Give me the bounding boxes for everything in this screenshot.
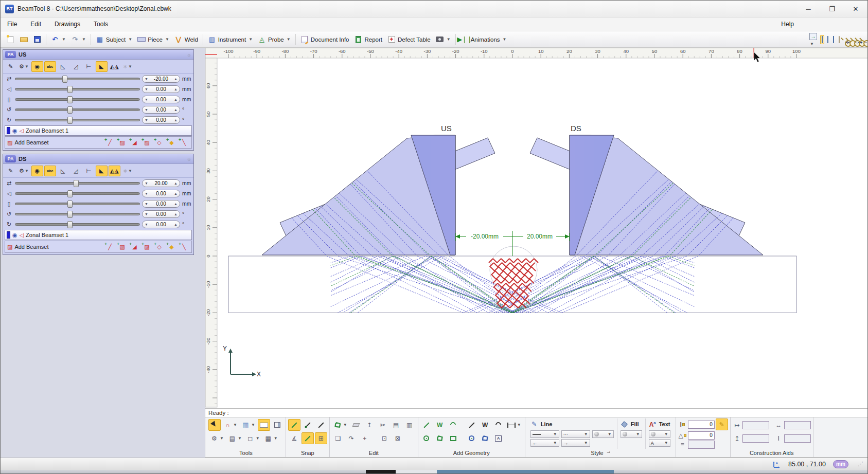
eye-icon[interactable]: ◉	[12, 232, 17, 239]
side-panel-button[interactable]	[271, 419, 284, 431]
options-menu-button[interactable]: ⚙▼	[17, 166, 30, 176]
add-zonal-beamset-button[interactable]: +◆	[166, 138, 177, 147]
add-dimension-button[interactable]: ▼	[506, 419, 523, 431]
slider-thumb[interactable]	[67, 86, 73, 93]
spinner-up-icon[interactable]: ▲	[174, 212, 178, 216]
add-single-beam-button[interactable]: +╱	[104, 242, 115, 251]
spinner-down-icon[interactable]: ▼	[145, 202, 148, 206]
cut-button[interactable]: ✂	[377, 419, 389, 431]
erase-button[interactable]	[350, 419, 362, 431]
skew-angle-spinner[interactable]: ▼0.00▲	[142, 210, 180, 218]
panel-header-us[interactable]: PAUS☼	[3, 50, 193, 60]
skew-angle-slider[interactable]	[15, 213, 140, 215]
drawing-canvas[interactable]: -20.00mm20.00mmUSDSYX-100-90-80-70-60-50…	[205, 48, 867, 408]
add-linear-scan-button[interactable]: +▨	[117, 138, 128, 147]
show-beams-button[interactable]: ◉	[31, 61, 43, 72]
select-invert-button[interactable]: ⊠	[392, 432, 404, 444]
add-outline-beamset-button[interactable]: +◇	[154, 242, 165, 251]
line-color-select[interactable]: ▼	[592, 430, 614, 438]
resize-grip[interactable]: ⋰	[858, 461, 863, 467]
text-color-select[interactable]: ▼	[649, 430, 670, 438]
text-caption[interactable]: AaText	[648, 418, 671, 430]
spinner-up-icon[interactable]: ▲	[174, 87, 178, 91]
menu-tools[interactable]: Tools	[87, 18, 115, 30]
list-input[interactable]	[688, 441, 715, 449]
end-arrow-select[interactable]: →▼	[561, 439, 590, 447]
probe-height-slider[interactable]	[15, 203, 140, 205]
add-sector-scan-button[interactable]: +◢	[129, 242, 140, 251]
angle-input[interactable]: 0	[688, 431, 715, 440]
line-width-select[interactable]: ▼	[530, 430, 559, 438]
skew-angle-slider[interactable]	[15, 108, 140, 111]
document-info-button[interactable]: Document Info	[298, 34, 352, 45]
edit-beamsets-button[interactable]: ✎	[5, 166, 16, 176]
spinner-up-icon[interactable]: ▲	[174, 108, 178, 112]
display-options-button[interactable]: ▦▼	[240, 419, 257, 431]
offset-x-input[interactable]	[742, 421, 769, 429]
save-button[interactable]	[30, 34, 44, 45]
pan-button[interactable]	[837, 35, 841, 44]
stamp-button[interactable]: ↥	[363, 419, 376, 431]
probe-offset-slider[interactable]	[15, 182, 140, 185]
view-shaded-button[interactable]	[826, 35, 830, 44]
beamset-row[interactable]: ◉◁Zonal Beamset 1	[5, 230, 192, 240]
line-style-caption[interactable]: ✎Line	[530, 418, 614, 430]
slider-thumb[interactable]	[62, 76, 67, 83]
new-button[interactable]	[4, 34, 17, 45]
spinner-down-icon[interactable]: ▼	[145, 192, 148, 195]
show-exit-points-button[interactable]: ◣	[96, 61, 108, 72]
animations-button[interactable]: ▶❘❘Animations▼	[458, 34, 509, 45]
display-extra-button[interactable]: ∗▼	[121, 166, 134, 176]
slider-thumb[interactable]	[67, 117, 73, 124]
spinner-up-icon[interactable]: ▲	[174, 118, 178, 122]
add-construction-polygon-button[interactable]	[479, 432, 491, 444]
wedge-angle-spinner[interactable]: ▼0.00▲	[142, 190, 180, 197]
field-entry-button[interactable]	[258, 419, 270, 431]
paste-button[interactable]: ▥	[403, 419, 416, 431]
mirror-probe-button[interactable]: ◭◮	[109, 166, 120, 176]
defect-table-button[interactable]: ✚Defect Table	[385, 34, 433, 45]
menu-edit[interactable]: Edit	[24, 18, 48, 30]
quick-draw-button[interactable]: ✎	[716, 418, 728, 430]
add-zonal-beamset-button[interactable]: +◆	[166, 242, 177, 251]
height-input[interactable]	[784, 434, 811, 443]
instrument-button[interactable]: ▥Instrument▼	[205, 34, 255, 45]
rotation-angle-spinner[interactable]: ▼0.00▲	[142, 116, 180, 124]
add-rectangle-button[interactable]	[447, 432, 459, 444]
add-construction-arc-button[interactable]	[492, 419, 505, 431]
rotation-angle-spinner[interactable]: ▼0.00▲	[142, 221, 180, 228]
add-circle-button[interactable]	[420, 432, 433, 444]
menu-drawings[interactable]: Drawings	[48, 18, 87, 30]
slider-thumb[interactable]	[67, 190, 73, 197]
panel-pin-icon[interactable]: ☼	[187, 156, 191, 162]
transform-menu-button[interactable]: ◻▼	[244, 432, 261, 444]
panel-header-ds[interactable]: PADS☼	[3, 154, 193, 164]
probe-button[interactable]: ◬Probe▼	[255, 34, 293, 45]
probe-offset-slider[interactable]	[15, 78, 140, 80]
add-textbox-button[interactable]: A	[492, 432, 505, 444]
eye-icon[interactable]: ◉	[12, 127, 17, 134]
snapshot-button[interactable]: ▼	[433, 34, 453, 45]
slider-thumb[interactable]	[67, 200, 73, 208]
group-button[interactable]: ❏	[332, 432, 344, 444]
units-badge[interactable]: mm	[833, 460, 848, 468]
weld-button[interactable]: ⋁Weld	[172, 34, 201, 45]
add-arc-button[interactable]	[447, 419, 459, 431]
snap-grid-button[interactable]: ⊞	[315, 432, 327, 444]
show-index-points-button[interactable]: ◺	[57, 166, 69, 176]
rotation-angle-slider[interactable]	[15, 223, 140, 226]
probe-offset-spinner[interactable]: ▼20.00▲	[142, 179, 180, 187]
redo-button[interactable]: ↷▼	[68, 34, 88, 45]
copy-button[interactable]: ▤	[390, 419, 402, 431]
slider-thumb[interactable]	[67, 96, 73, 103]
spinner-down-icon[interactable]: ▼	[145, 108, 148, 112]
spinner-down-icon[interactable]: ▼	[145, 77, 148, 81]
maximize-button[interactable]: ❐	[820, 1, 844, 17]
edit-beamsets-button[interactable]: ✎	[5, 61, 16, 72]
show-beam-paths-button[interactable]: ◿	[70, 166, 82, 176]
options-menu-button[interactable]: ⚙▼	[17, 61, 30, 72]
add-construction-polyline-button[interactable]: W	[479, 419, 491, 431]
add-polyline-button[interactable]: W	[434, 419, 446, 431]
show-exit-points-button[interactable]: ◣	[96, 166, 108, 176]
expand-style-icon[interactable]: ⌐	[607, 450, 610, 456]
